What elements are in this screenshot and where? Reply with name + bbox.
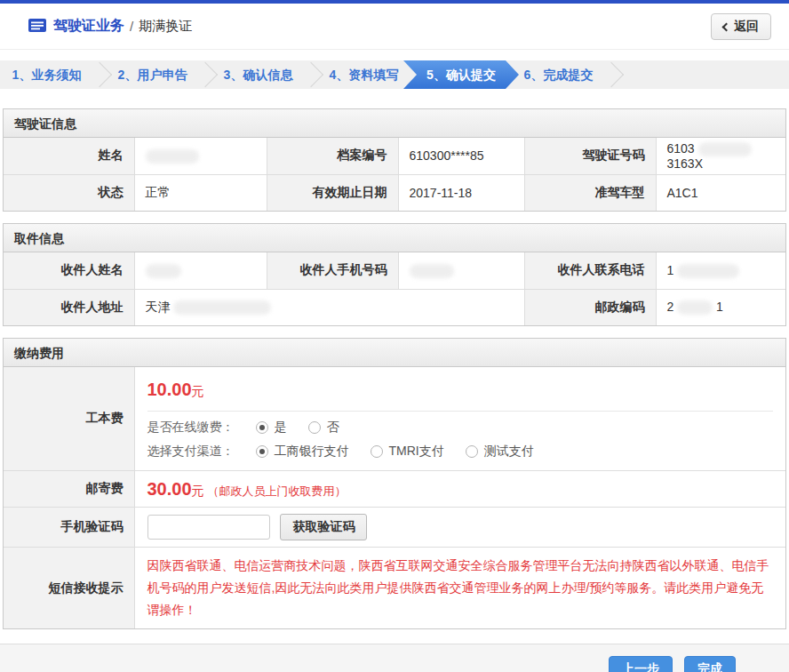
address-prefix: 天津 xyxy=(146,300,171,314)
table-row: 状态 正常 有效期止日期 2017-11-18 准驾车型 A1C1 xyxy=(4,174,785,211)
license-no-suffix: 3163X xyxy=(667,156,703,171)
license-no-prefix: 6103 xyxy=(667,141,695,156)
license-no-value: 6103 3163X xyxy=(656,138,785,174)
post-fee-cell: 30.00元（邮政人员上门收取费用） xyxy=(134,471,785,508)
currency-label: 元 xyxy=(192,484,204,498)
status-label: 状态 xyxy=(4,174,134,211)
pay-channel-group: 选择支付渠道： 工商银行支付 TMRI支付 测试支付 xyxy=(147,436,786,470)
file-no-value: 610300****85 xyxy=(398,138,524,174)
channel-test-label[interactable]: 测试支付 xyxy=(484,444,534,460)
name-value xyxy=(134,138,267,174)
file-no-label: 档案编号 xyxy=(267,138,398,174)
channel-icbc-label[interactable]: 工商银行支付 xyxy=(275,444,349,460)
step-fill-data[interactable]: 4、资料填写 xyxy=(317,60,410,89)
sms-tip-cell: 因陕西省联通、电信运营商技术问题，陕西省互联网交通安全综合服务管理平台无法向持陕… xyxy=(134,548,785,629)
table-row: 短信接收提示 因陕西省联通、电信运营商技术问题，陕西省互联网交通安全综合服务管理… xyxy=(4,548,785,629)
vehicle-class-value: A1C1 xyxy=(656,174,785,211)
pickup-info-title: 取件信息 xyxy=(4,224,785,252)
sms-code-cell: 获取验证码 xyxy=(134,508,785,548)
post-fee-note: （邮政人员上门收取费用） xyxy=(208,484,347,498)
blurred-value xyxy=(410,264,454,278)
online-pay-no-radio[interactable] xyxy=(308,421,321,434)
pickup-info-panel: 取件信息 收件人姓名 收件人手机号码 收件人联系电话 1 收件人地址 天津 邮政… xyxy=(3,223,786,326)
step-complete-submit[interactable]: 6、完成提交 xyxy=(512,60,605,89)
expiry-label: 有效期止日期 xyxy=(267,174,398,211)
sms-tip-text: 因陕西省联通、电信运营商技术问题，陕西省互联网交通安全综合服务管理平台无法向持陕… xyxy=(147,548,786,628)
payment-panel: 缴纳费用 工本费 10.00元 是否在线缴费： 是 否 选择支付渠道： xyxy=(3,338,786,629)
table-row: 收件人姓名 收件人手机号码 收件人联系电话 1 xyxy=(4,252,785,289)
online-pay-no-label[interactable]: 否 xyxy=(327,420,339,436)
channel-icbc-radio[interactable] xyxy=(256,445,268,458)
table-row: 收件人地址 天津 邮政编码 2 1 xyxy=(4,289,785,325)
blurred-value xyxy=(146,149,199,164)
back-button[interactable]: 返回 xyxy=(711,13,771,40)
post-fee-amount: 30.00 xyxy=(147,479,192,499)
sms-code-label: 手机验证码 xyxy=(4,508,134,548)
work-fee-amount: 10.00 xyxy=(147,380,192,399)
breadcrumb-separator: / xyxy=(130,19,133,34)
license-info-title: 驾驶证信息 xyxy=(4,109,785,138)
recipient-name-value xyxy=(134,252,267,289)
online-pay-yes-label[interactable]: 是 xyxy=(275,420,287,436)
page-title: 驾驶证业务 xyxy=(53,17,124,36)
channel-tmri-label[interactable]: TMRI支付 xyxy=(389,444,444,460)
blurred-value xyxy=(698,142,752,156)
status-value: 正常 xyxy=(134,174,267,211)
recipient-phone-value: 1 xyxy=(656,252,785,289)
expiry-value: 2017-11-18 xyxy=(398,174,524,211)
channel-test-radio[interactable] xyxy=(466,445,478,458)
step-confirm-info[interactable]: 3、确认信息 xyxy=(211,60,305,89)
license-no-label: 驾驶证号码 xyxy=(524,138,656,174)
table-row: 手机验证码 获取验证码 xyxy=(4,508,785,548)
name-label: 姓名 xyxy=(4,138,134,174)
blurred-value xyxy=(173,300,271,315)
currency-label: 元 xyxy=(192,384,204,398)
steps-bar: 1、业务须知 2、用户申告 3、确认信息 4、资料填写 5、确认提交 6、完成提… xyxy=(0,60,789,89)
table-row: 邮寄费 30.00元（邮政人员上门收取费用） xyxy=(4,471,785,508)
channel-tmri-radio[interactable] xyxy=(371,445,383,458)
chevron-left-icon xyxy=(722,22,731,31)
finish-button[interactable]: 完成 xyxy=(684,656,736,672)
step-confirm-submit-active[interactable]: 5、确认提交 xyxy=(403,60,519,89)
postcode-value: 2 1 xyxy=(656,289,785,325)
recipient-phone-prefix: 1 xyxy=(667,263,674,277)
blurred-value xyxy=(677,264,739,278)
step-business-notice[interactable]: 1、业务须知 xyxy=(0,60,93,89)
table-row: 姓名 档案编号 610300****85 驾驶证号码 6103 3163X xyxy=(4,138,785,174)
back-button-label: 返回 xyxy=(734,19,759,35)
blurred-value xyxy=(146,264,181,278)
step-user-declaration[interactable]: 2、用户申告 xyxy=(106,60,199,89)
previous-step-button[interactable]: 上一步 xyxy=(609,656,673,672)
recipient-address-label: 收件人地址 xyxy=(4,289,134,325)
recipient-address-value: 天津 xyxy=(134,289,524,325)
get-code-button[interactable]: 获取验证码 xyxy=(280,514,367,540)
postcode-label: 邮政编码 xyxy=(524,289,656,325)
postcode-prefix: 2 xyxy=(667,300,674,314)
pay-channel-label: 选择支付渠道： xyxy=(147,444,235,460)
online-pay-group: 是否在线缴费： 是 否 xyxy=(147,412,786,436)
footer-bar: 上一步 完成 xyxy=(0,644,789,672)
page-subtitle: 期满换证 xyxy=(139,18,192,35)
recipient-name-label: 收件人姓名 xyxy=(4,252,134,289)
postcode-suffix: 1 xyxy=(716,300,723,314)
steps-bar-filler xyxy=(618,60,789,89)
license-info-panel: 驾驶证信息 姓名 档案编号 610300****85 驾驶证号码 6103 31… xyxy=(3,108,786,212)
vehicle-class-label: 准驾车型 xyxy=(524,174,656,211)
work-fee-label: 工本费 xyxy=(4,367,134,471)
recipient-phone-label: 收件人联系电话 xyxy=(524,252,656,289)
license-service-icon xyxy=(28,18,46,36)
recipient-mobile-label: 收件人手机号码 xyxy=(267,252,398,289)
online-pay-label: 是否在线缴费： xyxy=(147,420,235,436)
table-row: 工本费 10.00元 是否在线缴费： 是 否 选择支付渠道： 工商银行支付 xyxy=(4,367,785,471)
app-header: 驾驶证业务 / 期满换证 返回 xyxy=(0,4,789,50)
post-fee-label: 邮寄费 xyxy=(4,471,134,508)
online-pay-yes-radio[interactable] xyxy=(256,421,268,434)
blurred-value xyxy=(677,300,713,315)
work-fee-cell: 10.00元 是否在线缴费： 是 否 选择支付渠道： 工商银行支付 TMRI支付 xyxy=(134,367,785,471)
payment-title: 缴纳费用 xyxy=(4,339,785,367)
sms-code-input[interactable] xyxy=(147,515,270,540)
recipient-mobile-value xyxy=(398,252,524,289)
sms-tip-label: 短信接收提示 xyxy=(4,548,134,629)
